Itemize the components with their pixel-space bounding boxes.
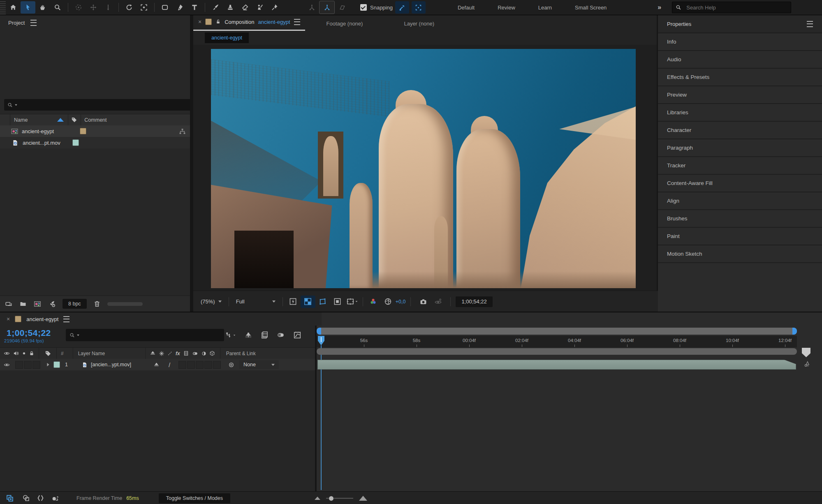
transparency-grid-button[interactable] — [301, 296, 315, 308]
new-folder-icon[interactable] — [19, 301, 27, 307]
project-row-composition[interactable]: ancient-egypt — [0, 125, 190, 137]
timeline-tab[interactable]: × ancient-egypt — [0, 312, 322, 326]
toolbar-grip[interactable] — [0, 0, 6, 15]
time-ruler[interactable]: 56s 58s 00:04f 02:04f 04:04f 06:04f 08:0… — [317, 336, 797, 347]
panel-tab-motion-sketch[interactable]: Motion Sketch — [658, 245, 822, 263]
home-button[interactable] — [6, 1, 21, 14]
audio-toggle-cell[interactable] — [15, 361, 23, 369]
time-navigator-bar[interactable] — [317, 328, 797, 335]
panel-menu-icon[interactable] — [63, 316, 69, 322]
panel-tab-content-aware-fill[interactable]: Content-Aware Fill — [658, 175, 822, 192]
region-of-interest-button[interactable] — [330, 296, 345, 308]
take-snapshot-button[interactable] — [416, 296, 431, 308]
panel-tab-character[interactable]: Character — [658, 122, 822, 139]
brackets-icon[interactable] — [37, 494, 44, 502]
frame-blending-icon[interactable] — [261, 331, 269, 339]
layer-duration-bar[interactable] — [317, 360, 796, 370]
horizontal-scrollbar[interactable] — [107, 302, 143, 306]
type-tool[interactable] — [187, 1, 202, 14]
orbit-camera-tool[interactable] — [71, 1, 86, 14]
layer-shy-icon[interactable] — [153, 362, 160, 368]
pickwhip-icon[interactable] — [228, 362, 234, 368]
snail-icon[interactable] — [51, 495, 59, 502]
rotation-tool[interactable] — [122, 1, 137, 14]
panel-tab-tracker[interactable]: Tracker — [658, 157, 822, 175]
tab-footage[interactable]: Footage (none) — [326, 21, 363, 31]
3d-layer-cube-icon[interactable] — [209, 350, 215, 356]
label-color-swatch-teal[interactable] — [72, 139, 79, 146]
axis-mode-local[interactable] — [304, 1, 319, 14]
resolution-dropdown[interactable]: Full — [232, 296, 280, 307]
zoom-out-mountain-icon[interactable] — [315, 497, 320, 500]
search-options-chevron-icon[interactable] — [77, 334, 79, 336]
pan-camera-tool[interactable] — [86, 1, 101, 14]
trash-icon[interactable] — [93, 300, 101, 307]
workspace-overflow-chevrons[interactable]: » — [658, 4, 661, 11]
zoom-tool[interactable] — [50, 1, 65, 14]
exposure-reset-button[interactable] — [381, 296, 396, 308]
snap-along-edges-button[interactable] — [395, 1, 409, 14]
label-tag-icon[interactable] — [71, 117, 77, 123]
effects-fx-icon[interactable]: fx — [176, 351, 180, 356]
breadcrumb-comp-chip[interactable]: ancient-egypt — [205, 32, 249, 43]
tab-layer[interactable]: Layer (none) — [404, 21, 434, 31]
frame-blend-cell[interactable] — [187, 361, 195, 369]
render-engine-icon[interactable] — [48, 300, 56, 307]
panel-menu-icon[interactable] — [30, 20, 37, 26]
label-color-swatch-tan[interactable] — [80, 128, 86, 134]
column-name[interactable]: Name — [14, 117, 28, 123]
comp-label-swatch[interactable] — [15, 316, 21, 322]
quality-slash-icon[interactable] — [167, 351, 173, 356]
puppet-pin-tool[interactable] — [267, 1, 282, 14]
layer-row-1[interactable]: 1 [ancien...ypt.mov] / None — [0, 359, 315, 370]
mask-visibility-button[interactable] — [315, 296, 330, 308]
show-snapshot-button[interactable] — [431, 296, 445, 308]
layer-visibility-eye-icon[interactable] — [3, 362, 10, 368]
zoom-slider-knob[interactable] — [329, 496, 334, 501]
project-search-box[interactable] — [4, 99, 192, 111]
fx-cell[interactable] — [178, 361, 186, 369]
exposure-value[interactable]: +0,0 — [396, 299, 406, 305]
composition-flowchart-button[interactable] — [225, 331, 236, 339]
adjustment-cell[interactable] — [204, 361, 212, 369]
parent-dropdown[interactable]: None — [239, 360, 279, 369]
layer-number-column[interactable]: # — [61, 351, 64, 356]
project-row-footage[interactable]: ancient...pt.mov — [0, 137, 190, 148]
graph-editor-icon[interactable] — [293, 331, 301, 339]
brush-tool[interactable] — [208, 1, 223, 14]
snap-to-features-button[interactable] — [412, 1, 426, 14]
viewer-timecode[interactable]: 1;00;54;22 — [456, 296, 492, 307]
snapping-checkbox[interactable] — [360, 4, 367, 11]
solo-dot-icon[interactable] — [21, 351, 27, 356]
hand-tool[interactable] — [35, 1, 50, 14]
workspace-tab-review[interactable]: Review — [498, 5, 515, 11]
search-options-chevron-icon[interactable] — [15, 104, 17, 106]
eraser-tool[interactable] — [238, 1, 252, 14]
zoom-in-mountain-icon[interactable] — [359, 496, 367, 501]
grid-guides-button[interactable] — [345, 296, 360, 308]
panel-tab-info[interactable]: Info — [658, 33, 822, 51]
navigator-start-handle[interactable] — [317, 328, 321, 335]
close-tab-icon[interactable]: × — [7, 316, 10, 322]
snapping-toggle[interactable]: Snapping — [360, 4, 393, 11]
panel-tab-paragraph[interactable]: Paragraph — [658, 139, 822, 157]
label-tag-icon[interactable] — [45, 350, 51, 357]
timeline-search-box[interactable] — [66, 329, 224, 341]
dolly-camera-tool[interactable] — [101, 1, 116, 14]
video-eye-icon[interactable] — [3, 350, 10, 356]
panel-splitter-left[interactable] — [190, 15, 193, 312]
roto-brush-tool[interactable] — [252, 1, 267, 14]
layer-label-swatch-teal[interactable] — [53, 361, 60, 368]
interpret-footage-icon[interactable] — [5, 301, 13, 307]
shape-tool[interactable] — [157, 1, 172, 14]
motion-blur-cell[interactable] — [196, 361, 204, 369]
toggle-switches-modes-button[interactable]: Toggle Switches / Modes — [159, 493, 230, 503]
panel-tab-audio[interactable]: Audio — [658, 51, 822, 69]
axis-mode-view[interactable] — [335, 1, 350, 14]
shy-toggle-icon[interactable] — [244, 331, 252, 339]
collapse-transformations-icon[interactable] — [159, 351, 164, 356]
solo-toggle-cell[interactable] — [24, 361, 32, 369]
axis-mode-world[interactable] — [319, 1, 335, 14]
new-composition-icon[interactable] — [33, 301, 42, 307]
help-search-box[interactable] — [672, 2, 791, 13]
